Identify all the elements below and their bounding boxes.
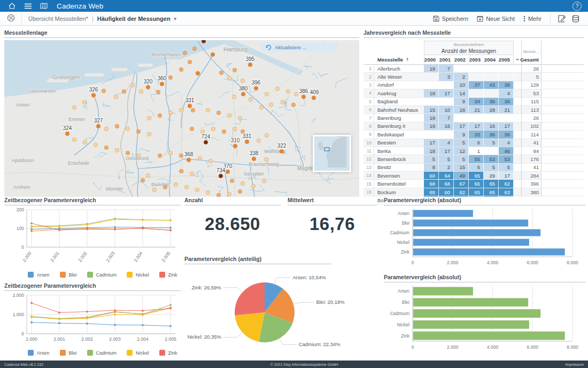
- data-point[interactable]: [169, 308, 172, 310]
- measurement-point[interactable]: [227, 113, 231, 118]
- bar-cadmium[interactable]: [413, 309, 540, 318]
- measurement-point[interactable]: [198, 156, 202, 160]
- measurement-point[interactable]: [147, 116, 151, 120]
- measurement-point[interactable]: [222, 129, 226, 134]
- measurement-point[interactable]: [262, 179, 266, 183]
- column-header-year[interactable]: 2001: [439, 55, 454, 64]
- bar-blei[interactable]: [413, 220, 528, 227]
- bar-nickel[interactable]: [413, 320, 529, 329]
- data-point[interactable]: [114, 309, 116, 311]
- measurement-point[interactable]: [251, 184, 256, 188]
- measurement-point[interactable]: [241, 79, 245, 83]
- data-point[interactable]: [114, 324, 116, 326]
- measurement-point[interactable]: [254, 86, 258, 90]
- measurement-point[interactable]: [126, 127, 130, 131]
- column-header-year[interactable]: 2000: [424, 55, 439, 64]
- data-point[interactable]: [58, 225, 60, 227]
- measurement-point[interactable]: [102, 89, 106, 93]
- data-point[interactable]: [30, 228, 33, 231]
- column-header-year[interactable]: 2005: [499, 55, 514, 64]
- data-point[interactable]: [114, 313, 116, 316]
- legend-item-nickel[interactable]: Nickel: [127, 350, 149, 356]
- measurement-point[interactable]: [179, 154, 183, 158]
- measurement-point[interactable]: [122, 89, 126, 94]
- data-point[interactable]: [30, 316, 33, 318]
- measurement-point[interactable]: [114, 95, 118, 99]
- measurement-point[interactable]: [91, 93, 96, 97]
- data-point[interactable]: [169, 227, 172, 229]
- measurement-point[interactable]: [190, 127, 194, 131]
- measurement-point[interactable]: [72, 137, 76, 142]
- view-selector[interactable]: Häufigkeit der Messungen ▼: [97, 16, 177, 22]
- measurement-point[interactable]: [183, 51, 187, 55]
- measurement-point[interactable]: [168, 151, 173, 155]
- table-row[interactable]: 7Barenburg19726: [363, 114, 584, 122]
- measurement-point[interactable]: [248, 63, 252, 67]
- table-row[interactable]: 11Berka18171214694: [363, 147, 584, 155]
- measurement-point[interactable]: [232, 95, 236, 99]
- data-point[interactable]: [30, 223, 33, 225]
- legend-item-blei[interactable]: Blei: [60, 272, 77, 278]
- measurement-point[interactable]: [104, 145, 109, 150]
- measurement-point[interactable]: [275, 87, 280, 91]
- data-point[interactable]: [58, 229, 60, 231]
- table-row[interactable]: 16Bockum656062656563380: [363, 188, 584, 196]
- measurement-point[interactable]: [187, 158, 191, 162]
- data-point[interactable]: [30, 302, 33, 304]
- measurement-point[interactable]: [238, 116, 242, 120]
- measurement-point[interactable]: [115, 148, 119, 152]
- table-row[interactable]: 13Besitz821565541: [363, 164, 584, 172]
- measurement-point[interactable]: [269, 103, 273, 107]
- measurement-point[interactable]: [238, 189, 242, 194]
- measurement-point[interactable]: [227, 76, 231, 80]
- measurement-point[interactable]: [301, 95, 306, 99]
- data-point[interactable]: [114, 218, 116, 220]
- measurement-point[interactable]: [179, 67, 183, 72]
- measurement-point[interactable]: [94, 143, 98, 147]
- more-button[interactable]: Mehr: [523, 16, 541, 22]
- sort-icon[interactable]: ▲▼: [406, 57, 409, 62]
- table-row[interactable]: 3Amdorf10374339129: [363, 81, 584, 89]
- legend-item-arsen[interactable]: Arsen: [28, 272, 50, 278]
- table-row[interactable]: 8Barenburg II191617171617102: [363, 122, 584, 131]
- data-point[interactable]: [114, 226, 116, 228]
- measurement-point[interactable]: [147, 132, 151, 136]
- measurement-point[interactable]: [195, 188, 199, 192]
- measurement-point[interactable]: [179, 169, 183, 173]
- measurement-point[interactable]: [168, 75, 173, 80]
- table-row[interactable]: 1Allerbruch19726: [363, 65, 584, 73]
- measurement-point[interactable]: [160, 82, 164, 86]
- data-point[interactable]: [142, 227, 144, 229]
- bar-arsen[interactable]: [413, 287, 473, 296]
- bar-cadmium[interactable]: [413, 229, 540, 236]
- measurement-point[interactable]: [130, 83, 135, 87]
- measurement-point[interactable]: [211, 127, 215, 131]
- measurement-point[interactable]: [233, 144, 237, 148]
- map-refresh-button[interactable]: Aktualisiere ...: [261, 43, 338, 52]
- measurement-point[interactable]: [233, 127, 237, 131]
- measurement-point[interactable]: [188, 104, 192, 108]
- data-manager-button[interactable]: [569, 15, 583, 22]
- data-point[interactable]: [169, 304, 172, 306]
- column-header-gesamt[interactable]: Gesamt: [521, 55, 541, 64]
- measurement-point[interactable]: [146, 85, 150, 89]
- measurement-point[interactable]: [136, 154, 141, 158]
- map-canvas[interactable]: LeeuwardenGroningenAssenEmmenApeldoornEn…: [4, 40, 359, 197]
- legend-item-arsen[interactable]: Arsen: [28, 350, 50, 356]
- data-point[interactable]: [30, 230, 33, 232]
- measurement-point[interactable]: [65, 132, 69, 136]
- column-header-year[interactable]: 2002: [454, 55, 469, 64]
- table-row[interactable]: 2Alte Weser325: [363, 73, 584, 81]
- measurement-point[interactable]: [312, 96, 316, 100]
- home-icon[interactable]: [7, 2, 16, 10]
- measurement-point[interactable]: [241, 92, 245, 96]
- measurement-point[interactable]: [204, 140, 208, 144]
- data-point[interactable]: [86, 224, 88, 226]
- measurement-point[interactable]: [156, 90, 160, 94]
- measurement-point[interactable]: [158, 154, 162, 158]
- data-point[interactable]: [30, 226, 33, 228]
- measurement-point[interactable]: [249, 97, 253, 102]
- measurement-point[interactable]: [104, 127, 109, 131]
- bar-nickel[interactable]: [413, 239, 529, 246]
- data-point[interactable]: [86, 323, 88, 325]
